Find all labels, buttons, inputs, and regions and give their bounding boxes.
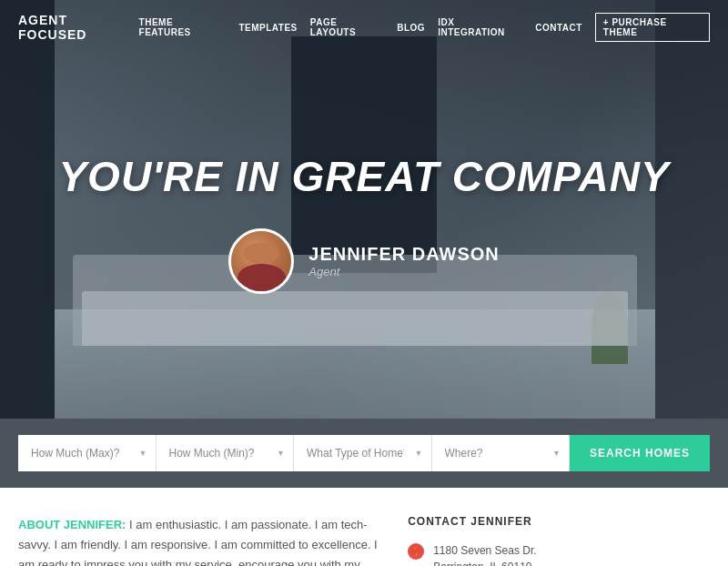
min-price-wrapper: How Much (Min)?$50,000$100,000$200,000$3… [157, 435, 295, 471]
contact-section: CONTACT JENNIFER 📍 1180 Seven Seas Dr. B… [408, 515, 710, 566]
avatar-face [231, 231, 291, 291]
agent-role: Agent [308, 265, 499, 278]
about-label: ABOUT JENNIFER: [18, 518, 126, 531]
min-price-select[interactable]: How Much (Min)?$50,000$100,000$200,000$3… [157, 435, 295, 471]
search-bar: How Much (Max)?$100,000$200,000$300,000$… [0, 419, 728, 488]
agent-info: JENNIFER DAWSON Agent [308, 244, 499, 278]
where-select[interactable]: Where?DowntownSuburbsWaterfrontRural [432, 435, 571, 471]
nav-purchase[interactable]: + PURCHASE THEME [595, 13, 710, 42]
nav-contact[interactable]: CONTACT [535, 23, 582, 33]
about-paragraph: ABOUT JENNIFER: I am enthusiastic. I am … [18, 515, 380, 566]
about-section: ABOUT JENNIFER: I am enthusiastic. I am … [18, 515, 380, 566]
contact-address-text: 1180 Seven Seas Dr. Barrington, IL 60110 [433, 542, 536, 566]
site-logo: AGENT FOCUSED [18, 13, 139, 42]
home-type-select[interactable]: What Type of Home?Single FamilyCondoTown… [294, 435, 432, 471]
where-wrapper: Where?DowntownSuburbsWaterfrontRural [432, 435, 571, 471]
max-price-select[interactable]: How Much (Max)?$100,000$200,000$300,000$… [18, 435, 157, 471]
hero-title: YOU'RE IN GREAT COMPANY [58, 152, 669, 201]
max-price-wrapper: How Much (Max)?$100,000$200,000$300,000$… [18, 435, 157, 471]
avatar [228, 228, 294, 294]
nav-blog[interactable]: BLOG [397, 23, 425, 33]
nav-links: THEME FEATURES TEMPLATES PAGE LAYOUTS BL… [139, 13, 710, 42]
navbar: AGENT FOCUSED THEME FEATURES TEMPLATES P… [0, 0, 728, 55]
nav-page-layouts[interactable]: PAGE LAYOUTS [310, 17, 384, 37]
nav-templates[interactable]: TEMPLATES [238, 23, 297, 33]
agent-name: JENNIFER DAWSON [308, 244, 499, 265]
home-type-wrapper: What Type of Home?Single FamilyCondoTown… [294, 435, 432, 471]
hero-section: YOU'RE IN GREAT COMPANY JENNIFER DAWSON … [0, 0, 728, 419]
nav-theme-features[interactable]: THEME FEATURES [139, 17, 227, 37]
nav-idx[interactable]: IDX INTEGRATION [438, 17, 522, 37]
agent-card: JENNIFER DAWSON Agent [228, 228, 499, 294]
contact-address: 📍 1180 Seven Seas Dr. Barrington, IL 601… [408, 542, 710, 566]
content-section: ABOUT JENNIFER: I am enthusiastic. I am … [0, 488, 728, 566]
hero-content: YOU'RE IN GREAT COMPANY JENNIFER DAWSON … [0, 0, 728, 419]
location-icon: 📍 [408, 543, 424, 560]
search-homes-button[interactable]: SEARCH HOMES [570, 435, 710, 471]
contact-title: CONTACT JENNIFER [408, 515, 710, 528]
